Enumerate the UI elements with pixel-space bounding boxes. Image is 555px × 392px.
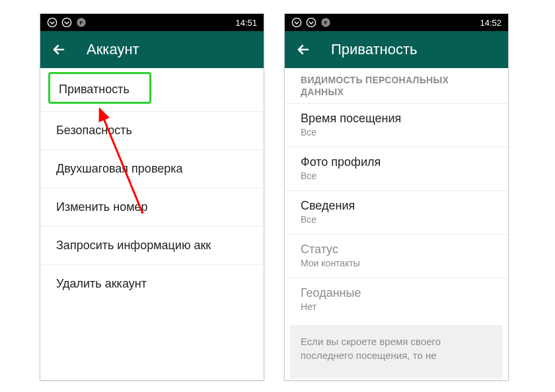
setting-title: Фото профиля: [301, 155, 492, 169]
setting-value: Нет: [301, 301, 492, 312]
dropdown-circle-icon: [61, 17, 72, 28]
setting-about[interactable]: Сведения Все: [285, 191, 508, 235]
status-bar: F 14:52: [285, 14, 508, 31]
list-item-security[interactable]: Безопасность: [40, 112, 264, 150]
setting-last-seen[interactable]: Время посещения Все: [285, 104, 508, 147]
setting-value: Все: [301, 214, 492, 225]
settings-list: Приватность Безопасность Двухшаговая про…: [40, 68, 264, 380]
svg-point-6: [292, 18, 301, 26]
arrow-left-icon: [51, 42, 67, 58]
app-badge-icon: F: [76, 17, 87, 28]
list-item-two-step[interactable]: Двухшаговая проверка: [40, 150, 264, 188]
app-bar-title: Аккаунт: [87, 41, 139, 58]
svg-text:F: F: [80, 20, 83, 26]
back-button[interactable]: [51, 42, 67, 58]
setting-status[interactable]: Статус Мои контакты: [285, 235, 508, 278]
phone-screen-account: F 14:51 Аккаунт Приватность Безопасность…: [40, 13, 264, 381]
setting-title: Геоданные: [301, 286, 492, 300]
phone-screen-privacy: F 14:52 Приватность ВИДИМОСТЬ ПЕРСОНАЛЬН…: [284, 13, 509, 381]
app-badge-icon: F: [320, 17, 331, 28]
svg-text:F: F: [324, 20, 328, 26]
setting-profile-photo[interactable]: Фото профиля Все: [285, 147, 508, 191]
status-icons: F: [291, 17, 331, 28]
status-time: 14:52: [480, 18, 501, 28]
section-header-visibility: ВИДИМОСТЬ ПЕРСОНАЛЬНЫХ ДАННЫХ: [285, 68, 508, 104]
svg-point-7: [307, 18, 315, 26]
status-icons: F: [47, 17, 87, 28]
list-item-request-info[interactable]: Запросить информацию акк: [40, 227, 264, 265]
dropdown-circle-icon: [47, 17, 57, 28]
dropdown-circle-icon: [306, 17, 316, 28]
list-item-privacy[interactable]: Приватность: [51, 75, 253, 104]
setting-value: Все: [301, 171, 492, 181]
app-bar: Приватность: [285, 31, 508, 68]
setting-value: Все: [301, 127, 492, 137]
status-bar: F 14:51: [40, 14, 264, 31]
setting-title: Время посещения: [301, 112, 492, 126]
svg-point-1: [62, 18, 71, 26]
arrow-left-icon: [295, 42, 311, 58]
list-item-change-number[interactable]: Изменить номер: [40, 188, 264, 227]
info-note: Если вы скроете время своего последнего …: [290, 325, 503, 378]
setting-location[interactable]: Геоданные Нет: [285, 278, 508, 321]
setting-title: Сведения: [301, 199, 492, 213]
svg-point-0: [48, 18, 56, 26]
app-bar: Аккаунт: [40, 31, 264, 68]
status-time: 14:51: [235, 18, 257, 28]
setting-title: Статус: [301, 243, 492, 256]
list-item-delete-account[interactable]: Удалить аккаунт: [40, 265, 264, 303]
setting-value: Мои контакты: [301, 258, 492, 268]
dropdown-circle-icon: [291, 17, 302, 28]
privacy-settings-list: ВИДИМОСТЬ ПЕРСОНАЛЬНЫХ ДАННЫХ Время посе…: [285, 68, 508, 380]
back-button[interactable]: [295, 42, 311, 58]
app-bar-title: Приватность: [331, 41, 418, 58]
